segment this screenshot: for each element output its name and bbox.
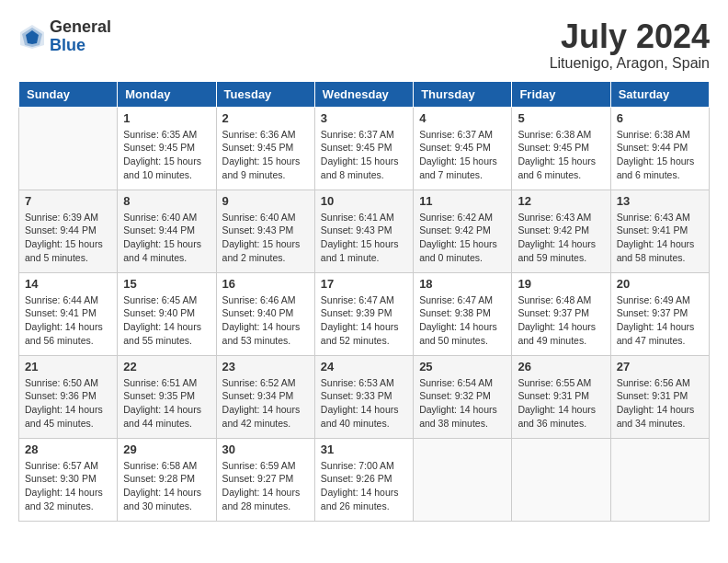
calendar-table: Sunday Monday Tuesday Wednesday Thursday… xyxy=(18,81,710,522)
logo-blue: Blue xyxy=(50,37,111,55)
day-number: 10 xyxy=(321,194,407,208)
cell-info: Sunrise: 6:38 AM Sunset: 9:45 PM Dayligh… xyxy=(518,128,604,182)
cell-info: Sunrise: 6:45 AM Sunset: 9:40 PM Dayligh… xyxy=(123,293,210,348)
cell-info: Sunrise: 6:51 AM Sunset: 9:35 PM Dayligh… xyxy=(123,376,210,431)
calendar-cell-4-1: 21Sunrise: 6:50 AM Sunset: 9:36 PM Dayli… xyxy=(19,355,118,438)
day-number: 13 xyxy=(617,194,703,208)
logo-icon xyxy=(18,23,46,51)
calendar-cell-1-1 xyxy=(19,107,118,190)
logo: General Blue xyxy=(18,18,111,55)
cell-info: Sunrise: 6:55 AM Sunset: 9:31 PM Dayligh… xyxy=(518,376,604,431)
cell-info: Sunrise: 6:40 AM Sunset: 9:43 PM Dayligh… xyxy=(222,211,309,265)
cell-info: Sunrise: 6:39 AM Sunset: 9:44 PM Dayligh… xyxy=(25,211,111,265)
calendar-cell-5-6 xyxy=(512,438,610,521)
cell-info: Sunrise: 6:57 AM Sunset: 9:30 PM Dayligh… xyxy=(25,459,111,513)
calendar-cell-3-7: 20Sunrise: 6:49 AM Sunset: 9:37 PM Dayli… xyxy=(610,272,709,355)
day-number: 4 xyxy=(419,111,506,125)
calendar-body: 1Sunrise: 6:35 AM Sunset: 9:45 PM Daylig… xyxy=(19,107,710,521)
calendar-cell-3-3: 16Sunrise: 6:46 AM Sunset: 9:40 PM Dayli… xyxy=(216,272,314,355)
col-monday: Monday xyxy=(118,81,216,107)
col-saturday: Saturday xyxy=(610,81,709,107)
day-number: 26 xyxy=(518,360,604,373)
day-number: 2 xyxy=(222,111,309,125)
calendar-cell-3-5: 18Sunrise: 6:47 AM Sunset: 9:38 PM Dayli… xyxy=(414,272,512,355)
cell-info: Sunrise: 6:46 AM Sunset: 9:40 PM Dayligh… xyxy=(222,293,309,348)
calendar-cell-5-5 xyxy=(414,438,512,521)
day-number: 16 xyxy=(222,277,309,291)
cell-info: Sunrise: 6:41 AM Sunset: 9:43 PM Dayligh… xyxy=(321,211,407,265)
col-sunday: Sunday xyxy=(19,81,118,107)
calendar-cell-4-4: 24Sunrise: 6:53 AM Sunset: 9:33 PM Dayli… xyxy=(314,355,413,438)
calendar-cell-5-3: 30Sunrise: 6:59 AM Sunset: 9:27 PM Dayli… xyxy=(216,438,314,521)
day-number: 3 xyxy=(321,111,407,125)
cell-info: Sunrise: 6:47 AM Sunset: 9:39 PM Dayligh… xyxy=(321,293,407,348)
location-subtitle: Lituenigo, Aragon, Spain xyxy=(550,55,710,72)
day-number: 12 xyxy=(518,194,604,208)
week-row-2: 7Sunrise: 6:39 AM Sunset: 9:44 PM Daylig… xyxy=(19,190,710,272)
week-row-5: 28Sunrise: 6:57 AM Sunset: 9:30 PM Dayli… xyxy=(19,438,710,521)
day-number: 18 xyxy=(419,277,506,291)
cell-info: Sunrise: 6:48 AM Sunset: 9:37 PM Dayligh… xyxy=(518,293,604,348)
cell-info: Sunrise: 6:49 AM Sunset: 9:37 PM Dayligh… xyxy=(617,293,703,348)
day-number: 22 xyxy=(123,360,210,373)
calendar-cell-1-5: 4Sunrise: 6:37 AM Sunset: 9:45 PM Daylig… xyxy=(414,107,512,190)
calendar-cell-5-7 xyxy=(610,438,709,521)
cell-info: Sunrise: 6:58 AM Sunset: 9:28 PM Dayligh… xyxy=(123,459,210,513)
day-number: 5 xyxy=(518,111,604,125)
cell-info: Sunrise: 6:54 AM Sunset: 9:32 PM Dayligh… xyxy=(419,376,506,431)
logo-text: General Blue xyxy=(50,18,111,55)
day-number: 24 xyxy=(321,360,407,373)
day-number: 27 xyxy=(617,360,703,373)
day-number: 31 xyxy=(321,442,407,456)
day-number: 9 xyxy=(222,194,309,208)
calendar-cell-3-2: 15Sunrise: 6:45 AM Sunset: 9:40 PM Dayli… xyxy=(118,272,216,355)
calendar-cell-2-1: 7Sunrise: 6:39 AM Sunset: 9:44 PM Daylig… xyxy=(19,190,118,272)
cell-info: Sunrise: 6:36 AM Sunset: 9:45 PM Dayligh… xyxy=(222,128,309,182)
header-row: Sunday Monday Tuesday Wednesday Thursday… xyxy=(19,81,710,107)
day-number: 21 xyxy=(25,360,111,373)
col-thursday: Thursday xyxy=(414,81,512,107)
calendar-cell-4-6: 26Sunrise: 6:55 AM Sunset: 9:31 PM Dayli… xyxy=(512,355,610,438)
day-number: 28 xyxy=(25,442,111,456)
calendar-cell-4-7: 27Sunrise: 6:56 AM Sunset: 9:31 PM Dayli… xyxy=(610,355,709,438)
week-row-4: 21Sunrise: 6:50 AM Sunset: 9:36 PM Dayli… xyxy=(19,355,710,438)
calendar-cell-2-3: 9Sunrise: 6:40 AM Sunset: 9:43 PM Daylig… xyxy=(216,190,314,272)
day-number: 29 xyxy=(123,442,210,456)
week-row-1: 1Sunrise: 6:35 AM Sunset: 9:45 PM Daylig… xyxy=(19,107,710,190)
day-number: 20 xyxy=(617,277,703,291)
cell-info: Sunrise: 6:47 AM Sunset: 9:38 PM Dayligh… xyxy=(419,293,506,348)
day-number: 11 xyxy=(419,194,506,208)
day-number: 7 xyxy=(25,194,111,208)
title-block: July 2024 Lituenigo, Aragon, Spain xyxy=(550,18,710,72)
day-number: 6 xyxy=(617,111,703,125)
calendar-cell-3-1: 14Sunrise: 6:44 AM Sunset: 9:41 PM Dayli… xyxy=(19,272,118,355)
cell-info: Sunrise: 7:00 AM Sunset: 9:26 PM Dayligh… xyxy=(321,459,407,513)
col-tuesday: Tuesday xyxy=(216,81,314,107)
cell-info: Sunrise: 6:40 AM Sunset: 9:44 PM Dayligh… xyxy=(123,211,210,265)
calendar-cell-2-6: 12Sunrise: 6:43 AM Sunset: 9:42 PM Dayli… xyxy=(512,190,610,272)
day-number: 23 xyxy=(222,360,309,373)
day-number: 25 xyxy=(419,360,506,373)
calendar-cell-5-4: 31Sunrise: 7:00 AM Sunset: 9:26 PM Dayli… xyxy=(314,438,413,521)
calendar-cell-4-5: 25Sunrise: 6:54 AM Sunset: 9:32 PM Dayli… xyxy=(414,355,512,438)
cell-info: Sunrise: 6:38 AM Sunset: 9:44 PM Dayligh… xyxy=(617,128,703,182)
day-number: 14 xyxy=(25,277,111,291)
day-number: 1 xyxy=(123,111,210,125)
calendar-cell-1-6: 5Sunrise: 6:38 AM Sunset: 9:45 PM Daylig… xyxy=(512,107,610,190)
calendar-cell-2-5: 11Sunrise: 6:42 AM Sunset: 9:42 PM Dayli… xyxy=(414,190,512,272)
col-friday: Friday xyxy=(512,81,610,107)
cell-info: Sunrise: 6:52 AM Sunset: 9:34 PM Dayligh… xyxy=(222,376,309,431)
calendar-cell-5-2: 29Sunrise: 6:58 AM Sunset: 9:28 PM Dayli… xyxy=(118,438,216,521)
cell-info: Sunrise: 6:44 AM Sunset: 9:41 PM Dayligh… xyxy=(25,293,111,348)
calendar-cell-2-2: 8Sunrise: 6:40 AM Sunset: 9:44 PM Daylig… xyxy=(118,190,216,272)
calendar-cell-1-2: 1Sunrise: 6:35 AM Sunset: 9:45 PM Daylig… xyxy=(118,107,216,190)
col-wednesday: Wednesday xyxy=(314,81,413,107)
cell-info: Sunrise: 6:59 AM Sunset: 9:27 PM Dayligh… xyxy=(222,459,309,513)
calendar-cell-1-7: 6Sunrise: 6:38 AM Sunset: 9:44 PM Daylig… xyxy=(610,107,709,190)
cell-info: Sunrise: 6:37 AM Sunset: 9:45 PM Dayligh… xyxy=(321,128,407,182)
cell-info: Sunrise: 6:42 AM Sunset: 9:42 PM Dayligh… xyxy=(419,211,506,265)
cell-info: Sunrise: 6:43 AM Sunset: 9:41 PM Dayligh… xyxy=(617,211,703,265)
calendar-cell-4-2: 22Sunrise: 6:51 AM Sunset: 9:35 PM Dayli… xyxy=(118,355,216,438)
calendar-cell-4-3: 23Sunrise: 6:52 AM Sunset: 9:34 PM Dayli… xyxy=(216,355,314,438)
page-header: General Blue July 2024 Lituenigo, Aragon… xyxy=(18,18,710,72)
